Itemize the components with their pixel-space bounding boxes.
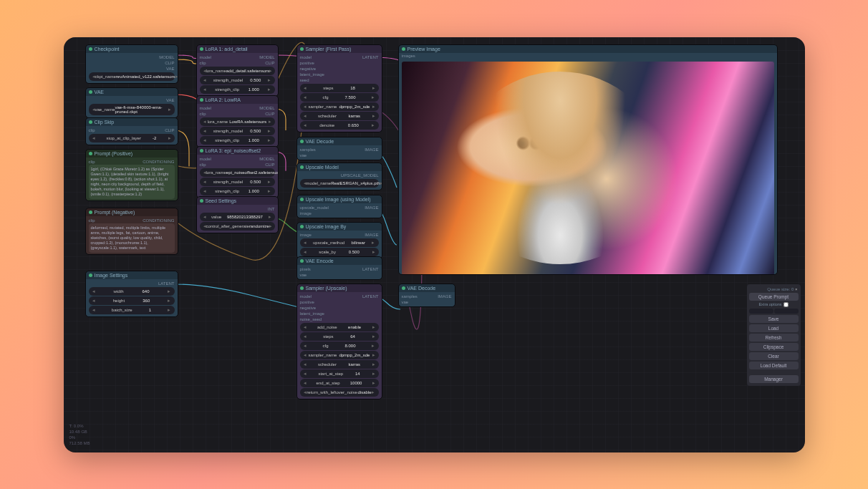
node-seed[interactable]: Seed Settings INT ◂value985820213388297▸… <box>196 196 279 233</box>
scale[interactable]: ◂scale_by0.500▸ <box>300 248 379 256</box>
socket-model-out[interactable]: MODEL <box>259 157 274 161</box>
node-preview-image[interactable]: Preview Image images <box>398 44 778 275</box>
steps[interactable]: ◂steps64▸ <box>300 332 379 341</box>
socket-clip-out[interactable]: CLIP <box>265 163 274 167</box>
strength-model[interactable]: ◂strength_model0.500▸ <box>200 76 275 84</box>
save-button[interactable]: Save <box>749 315 799 323</box>
socket[interactable]: IMAGE <box>365 205 378 210</box>
lora-name[interactable]: ◂lora_nameepi_noiseoffset2.safetensors▸ <box>200 168 275 177</box>
prompt-text[interactable]: 1girl, (Chloë Grace Moretz:1.2) as (Spid… <box>89 165 175 200</box>
node-vae-decode[interactable]: VAE Decode samplesIMAGE vae <box>296 137 382 160</box>
node-sampler-upscale[interactable]: Sampler (Upscale) modelLATENT positive n… <box>296 284 382 400</box>
socket-clip-in[interactable]: clip <box>200 61 206 65</box>
socket-model-in[interactable]: model <box>200 157 211 161</box>
socket[interactable]: model <box>300 55 312 59</box>
method[interactable]: ◂upscale_methodbilinear▸ <box>300 238 379 247</box>
ckpt-name-widget[interactable]: ◂ckpt_namerevAnimated_v122.safetensors▸ <box>89 72 175 81</box>
strength-clip[interactable]: ◂strength_clip1.000▸ <box>200 136 275 145</box>
seed-value[interactable]: ◂value985820213388297▸ <box>200 213 275 221</box>
socket-clip[interactable]: clip <box>89 218 95 223</box>
socket[interactable]: UPSCALE_MODEL <box>341 173 379 178</box>
node-vae-decode-2[interactable]: VAE Decode samplesIMAGE vae <box>398 284 455 307</box>
scheduler[interactable]: ◂schedulerkarras▸ <box>300 112 379 120</box>
socket-clip-in[interactable]: clip <box>200 163 206 167</box>
socket-clip[interactable]: clip <box>89 160 95 164</box>
node-upscale-image-by[interactable]: Upscale Image By imageIMAGE ◂upscale_met… <box>296 222 382 259</box>
socket-clip-out[interactable]: CLIP <box>165 128 174 132</box>
steps[interactable]: ◂steps18▸ <box>300 84 379 92</box>
socket[interactable]: vae <box>300 273 307 277</box>
node-upscale-image-model[interactable]: Upscale Image (using Model) upscale_mode… <box>296 195 382 218</box>
socket[interactable]: vae <box>300 153 307 158</box>
strength-model[interactable]: ◂strength_model0.500▸ <box>200 178 275 186</box>
socket-cond[interactable]: CONDITIONING <box>143 218 174 223</box>
socket[interactable]: seed <box>300 78 309 82</box>
socket[interactable]: latent_image <box>300 311 324 316</box>
queue-front-button[interactable] <box>749 309 773 314</box>
node-sampler-first[interactable]: Sampler (First Pass) modelLATENT positiv… <box>296 44 382 132</box>
node-vae[interactable]: VAE VAE ◂vae_namevae-ft-mse-840000-ema-p… <box>85 87 178 118</box>
cfg[interactable]: ◂cfg8.000▸ <box>300 342 379 350</box>
socket[interactable]: model <box>300 294 312 299</box>
socket[interactable]: noise_seed <box>300 317 322 321</box>
node-canvas[interactable]: Checkpoint MODEL CLIP VAE ◂ckpt_namerevA… <box>64 37 805 452</box>
strength-model[interactable]: ◂strength_model0.500▸ <box>200 127 275 135</box>
node-lora1[interactable]: LoRA 1: add_detail modelMODEL clipCLIP ◂… <box>196 44 279 97</box>
socket[interactable]: vae <box>402 300 409 304</box>
socket[interactable]: image <box>300 233 312 237</box>
socket[interactable]: LATENT <box>362 55 379 59</box>
refresh-button[interactable]: Refresh <box>749 334 799 342</box>
socket[interactable]: negative <box>300 306 317 310</box>
view-queue-button[interactable] <box>774 309 799 314</box>
seed-control[interactable]: ◂control_after_generaterandomize▸ <box>200 222 275 231</box>
node-checkpoint[interactable]: Checkpoint MODEL CLIP VAE ◂ckpt_namerevA… <box>85 44 178 84</box>
start-step[interactable]: ◂start_at_step14▸ <box>300 369 379 378</box>
prompt-text[interactable]: deformed, mutated, multiple limbs, multi… <box>89 223 175 253</box>
socket-clip-in[interactable]: clip <box>200 112 206 116</box>
socket[interactable]: pixels <box>300 267 311 271</box>
clear-button[interactable]: Clear <box>749 352 799 360</box>
node-lora2[interactable]: LoRA 2: LowRA modelMODEL clipCLIP ◂lora_… <box>196 95 279 147</box>
socket-model-in[interactable]: model <box>200 106 211 110</box>
socket-cond[interactable]: CONDITIONING <box>143 160 174 164</box>
manager-button[interactable]: Manager <box>749 375 799 383</box>
node-image-settings[interactable]: Image Settings LATENT ◂width640▸ ◂height… <box>85 271 178 317</box>
socket[interactable]: negative <box>300 67 317 71</box>
height-widget[interactable]: ◂height360▸ <box>89 296 175 305</box>
socket[interactable]: positive <box>300 300 314 304</box>
socket-vae[interactable]: VAE <box>166 67 175 71</box>
width-widget[interactable]: ◂width640▸ <box>89 287 175 296</box>
socket-images[interactable]: images <box>399 53 777 59</box>
socket[interactable]: upscale_model <box>300 205 329 210</box>
socket-model-out[interactable]: MODEL <box>259 106 274 110</box>
socket-clip-out[interactable]: CLIP <box>265 61 274 65</box>
model-name[interactable]: ◂model_nameRealESRGAN_x4plus.pth▸ <box>300 179 379 188</box>
socket[interactable]: IMAGE <box>365 147 378 152</box>
socket[interactable]: latent_image <box>300 72 324 77</box>
sampler-name[interactable]: ◂sampler_namedpmpp_2m_sde▸ <box>300 102 379 111</box>
socket[interactable]: LATENT <box>362 294 379 299</box>
queue-prompt-button[interactable]: Queue Prompt <box>749 293 799 301</box>
strength-clip[interactable]: ◂strength_clip1.000▸ <box>200 187 275 195</box>
node-clipskip[interactable]: Clip Skip clipCLIP ◂stop_at_clip_layer-2… <box>85 117 178 145</box>
node-prompt-positive[interactable]: Prompt (Positive) clipCONDITIONING 1girl… <box>85 149 178 202</box>
node-vae-encode[interactable]: VAE Encode pixelsLATENT vae <box>296 256 382 280</box>
socket[interactable]: samples <box>300 147 316 152</box>
load-default-button[interactable]: Load Default <box>749 362 799 369</box>
socket-latent[interactable]: LATENT <box>158 281 175 286</box>
clipspace-button[interactable]: Clipspace <box>749 343 799 351</box>
add-noise[interactable]: ◂add_noiseenable▸ <box>300 323 379 331</box>
socket[interactable]: IMAGE <box>438 294 451 299</box>
end-step[interactable]: ◂end_at_step10000▸ <box>300 379 379 387</box>
node-lora3[interactable]: LoRA 3: epi_noiseoffset2 modelMODEL clip… <box>196 146 279 198</box>
strength-clip[interactable]: ◂strength_clip1.000▸ <box>200 85 275 94</box>
socket-model-in[interactable]: model <box>200 55 211 59</box>
socket[interactable]: image <box>300 211 312 216</box>
sampler-name[interactable]: ◂sampler_namedpmpp_2m_sde▸ <box>300 351 379 359</box>
socket[interactable]: IMAGE <box>365 233 378 237</box>
vae-name-widget[interactable]: ◂vae_namevae-ft-mse-840000-ema-pruned.ck… <box>89 104 175 115</box>
node-prompt-negative[interactable]: Prompt (Negative) clipCONDITIONING defor… <box>85 208 178 256</box>
socket-clip-in[interactable]: clip <box>89 128 95 132</box>
lora-name[interactable]: ◂lora_nameLowRA.safetensors▸ <box>200 117 275 126</box>
extra-options-check[interactable]: Extra options <box>749 301 799 308</box>
